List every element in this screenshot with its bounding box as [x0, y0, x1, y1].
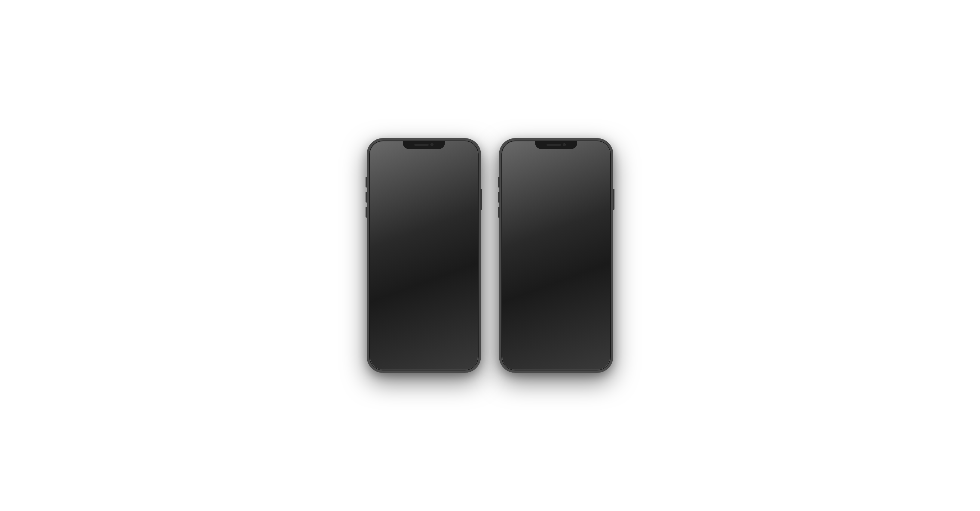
wifi-icon-2: [590, 147, 595, 151]
phone-icon: 📞: [512, 349, 520, 357]
battery-icon-2: [597, 147, 604, 151]
signal-dot-1: [450, 149, 451, 150]
battery-fill-1: [465, 148, 469, 150]
status-time-2: 11:39: [509, 147, 520, 152]
signal-dot-2: [452, 149, 453, 150]
phone-1: 11:39: [367, 138, 481, 373]
call-row-tim[interactable]: 🧑 Tim Hardwick 📹 FaceTime Video Monday i: [375, 220, 473, 241]
screen1-content: Edit FaceTime 🔗 Create Link 📹 New FaceTi…: [369, 154, 479, 370]
signal-dot-5: [582, 149, 583, 150]
signal-dots-1: [450, 149, 456, 150]
avatar-dad: 🐕: [379, 253, 392, 267]
call-date-tim: Monday: [445, 228, 460, 233]
status-bar-2: 11:39: [501, 141, 611, 154]
signal-dots-2: [582, 149, 589, 150]
section-last-week: LAST WEEK: [375, 243, 473, 248]
video-icon: 📹: [445, 189, 452, 196]
call-row-dad[interactable]: 🐕 Dad 📹 FaceTime Video 04/08/2021 i: [375, 250, 473, 270]
call-meta-tim: Monday i: [445, 227, 469, 234]
create-link-button[interactable]: 🔗 Create Link: [375, 185, 421, 206]
add-recipient-button[interactable]: +: [592, 188, 601, 196]
section-this-week: THIS WEEK: [375, 214, 473, 218]
avatar-ben-suggested: 🔮: [535, 217, 557, 239]
section-this-year: THIS YEAR: [375, 273, 473, 277]
avatar-dad-suggested: 🐕: [563, 217, 584, 239]
red-arrow-indicator: [575, 314, 593, 339]
status-time-1: 11:39: [376, 147, 388, 152]
suggested-person-anna[interactable]: 👩 Anna: [508, 217, 529, 246]
page-title-2: New FaceTime: [508, 167, 605, 179]
caller-name-timothy: timothyhardwick...: [396, 286, 469, 292]
caller-name-dad: Dad: [396, 255, 435, 260]
to-field[interactable]: To: Tim Hardwick +: [508, 185, 605, 199]
signal-dot-4: [455, 149, 456, 150]
phone-screen-2: 11:39: [501, 141, 611, 370]
suggested-row: 👩 Anna 🔮 Ben 🐕 Dad: [508, 217, 605, 246]
bottom-actions: 📞 📹 FaceTime: [501, 345, 611, 361]
call-info-dad: Dad 📹 FaceTime Video: [396, 255, 435, 266]
text-cursor: [554, 190, 554, 195]
create-link-label: Create Link: [388, 198, 408, 203]
phone-screen-1: 11:39: [369, 141, 479, 370]
call-date-dad: 04/08/2021: [439, 258, 460, 262]
facetime-btn-label: FaceTime: [559, 350, 584, 356]
suggested-name-dad: Dad: [570, 241, 577, 246]
suggested-name-ben: Ben: [542, 241, 549, 246]
facetime-call-button[interactable]: 📹 FaceTime: [529, 345, 605, 361]
suggested-person-dad[interactable]: 🐕 Dad: [563, 217, 584, 246]
signal-dot-6: [584, 149, 585, 150]
signal-dot-7: [585, 149, 587, 150]
edit-button[interactable]: Edit: [375, 159, 473, 164]
suggested-label: Suggested: [508, 205, 605, 212]
phone-2: 11:39: [499, 138, 613, 373]
call-meta-dad: 04/08/2021 i: [439, 257, 469, 263]
battery-icon-1: [465, 147, 471, 151]
status-bar-1: 11:39: [369, 141, 479, 154]
signal-dot-8: [587, 149, 589, 150]
video-icon-small: 📹: [396, 232, 401, 236]
info-icon-tim[interactable]: i: [462, 227, 469, 234]
status-icons-1: [450, 147, 471, 151]
call-type-dad: 📹 FaceTime Video: [396, 261, 435, 266]
facetime-video-icon: 📹: [550, 350, 557, 356]
suggested-name-anna: Anna: [514, 241, 523, 246]
new-facetime-label: New FaceTime: [436, 198, 462, 203]
to-value: Tim Hardwick: [521, 189, 590, 195]
avatar-tim: 🧑: [379, 224, 392, 237]
info-icon-dad[interactable]: i: [462, 257, 469, 263]
phone-call-button[interactable]: 📞: [508, 345, 524, 361]
new-facetime-button[interactable]: 📹 New FaceTime: [425, 185, 473, 206]
call-type-tim: 📹 FaceTime Video: [396, 232, 441, 236]
suggested-person-ben[interactable]: 🔮 Ben: [535, 217, 557, 246]
page-title-1: FaceTime: [375, 167, 473, 179]
wifi-icon-1: [458, 147, 463, 151]
cancel-button[interactable]: Cancel: [508, 159, 605, 164]
battery-fill-2: [598, 148, 602, 150]
call-info-tim: Tim Hardwick 📹 FaceTime Video: [396, 225, 441, 236]
call-info-timothy: timothyhardwick...: [396, 286, 469, 292]
signal-dot-3: [453, 149, 455, 150]
call-row-timothy[interactable]: 👤 timothyhardwick...: [375, 279, 473, 300]
link-icon: 🔗: [395, 189, 402, 196]
avatar-timothy: 👤: [379, 283, 392, 296]
caller-name-tim: Tim Hardwick: [396, 225, 441, 231]
avatar-anna-suggested: 👩: [508, 217, 529, 239]
screen2-content: Cancel New FaceTime To: Tim Hardwick + S…: [501, 154, 611, 370]
to-value-text: Tim Hardwick: [521, 189, 552, 195]
action-buttons: 🔗 Create Link 📹 New FaceTime: [375, 185, 473, 206]
video-icon-dad: 📹: [396, 261, 401, 266]
status-icons-2: [582, 147, 604, 151]
to-label: To:: [512, 189, 519, 195]
